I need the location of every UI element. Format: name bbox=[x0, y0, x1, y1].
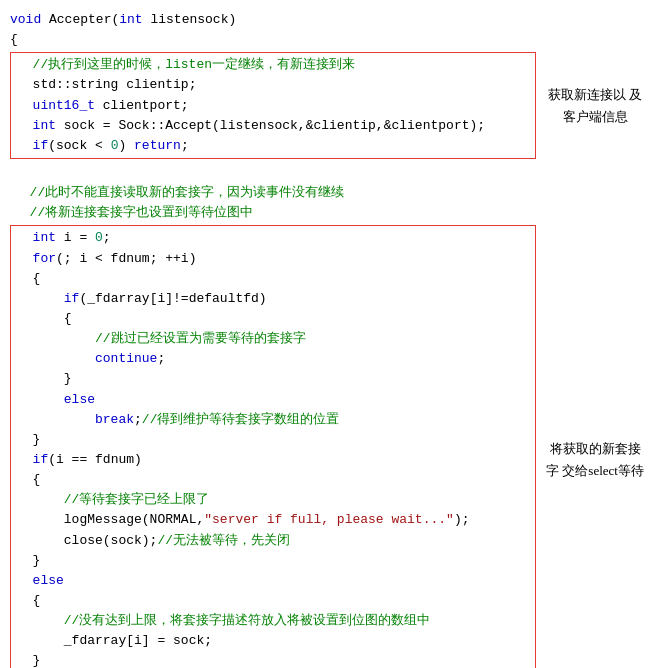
comment-line2: //此时不能直接读取新的套接字，因为读事件没有继续 bbox=[10, 183, 646, 203]
section1-annotation: 获取新连接以 及客户端信息 bbox=[536, 50, 646, 161]
section1-wrapper: //执行到这里的时候，listen一定继续，有新连接到来 std::string… bbox=[10, 50, 646, 161]
section2-redbox: int i = 0; for(; i < fdnum; ++i) { if(_f… bbox=[10, 225, 536, 668]
func-signature: void Accepter(int listensock) bbox=[10, 10, 646, 30]
section2-wrapper: int i = 0; for(; i < fdnum; ++i) { if(_f… bbox=[10, 223, 646, 668]
section1-redbox: //执行到这里的时候，listen一定继续，有新连接到来 std::string… bbox=[10, 52, 536, 159]
section1-annotation-text: 获取新连接以 及客户端信息 bbox=[544, 84, 646, 128]
section2-code: int i = 0; for(; i < fdnum; ++i) { if(_f… bbox=[10, 223, 536, 668]
comment-line3: //将新连接套接字也设置到等待位图中 bbox=[10, 203, 646, 223]
comment-line1 bbox=[10, 163, 646, 183]
open-brace-1: { bbox=[10, 30, 646, 50]
code-area: void Accepter(int listensock) { //执行到这里的… bbox=[10, 10, 646, 668]
section1-code: //执行到这里的时候，listen一定继续，有新连接到来 std::string… bbox=[10, 50, 536, 161]
section2-annotation-text: 将获取的新套接字 交给select等待 bbox=[544, 438, 646, 482]
section2-annotation: 将获取的新套接字 交给select等待 bbox=[536, 223, 646, 668]
